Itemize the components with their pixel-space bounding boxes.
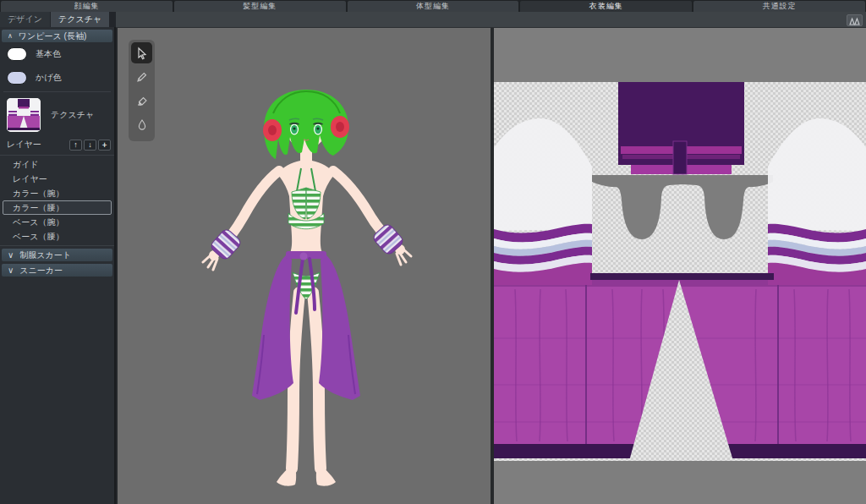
eyedropper-tool-button[interactable] <box>131 113 152 134</box>
tab-body-edit[interactable]: 体型編集 <box>348 1 519 12</box>
layer-item-base-arm[interactable]: ベース（腕） <box>3 215 112 229</box>
layer-item-base-waist[interactable]: ベース（腰） <box>3 229 112 244</box>
layer-item-layer[interactable]: レイヤー <box>3 172 112 186</box>
section-header-uniform-skirt[interactable]: ∨ 制服スカート <box>2 249 112 261</box>
texture-canvas[interactable] <box>494 82 866 461</box>
viewport-3d[interactable] <box>118 28 491 504</box>
basic-color-swatch[interactable] <box>7 47 27 61</box>
texture-row[interactable]: テクスチャ <box>0 94 114 136</box>
tab-outfit-edit[interactable]: 衣装編集 <box>520 1 692 12</box>
model-display-toggle-icon <box>849 16 860 25</box>
tab-common-settings[interactable]: 共通設定 <box>693 1 865 12</box>
editor-header-strip <box>116 12 866 28</box>
sidebar: デザイン テクスチャ ∧ ワンピース (長袖) 基本色 かげ色 <box>0 12 116 504</box>
sidebar-tab-design[interactable]: デザイン <box>0 12 50 27</box>
top-tab-bar: 顔編集 髪型編集 体型編集 衣装編集 共通設定 <box>0 0 866 12</box>
layer-move-up-button[interactable]: ↑ <box>69 140 82 151</box>
tab-hair-edit[interactable]: 髪型編集 <box>174 1 346 12</box>
eraser-tool-button[interactable] <box>131 90 152 111</box>
select-tool-button[interactable] <box>131 42 152 63</box>
layer-item-color-waist[interactable]: カラー（腰） <box>3 200 112 215</box>
chevron-down-icon: ∨ <box>8 250 14 260</box>
texture-panel[interactable] <box>494 28 866 504</box>
sidebar-tab-bar: デザイン テクスチャ <box>0 12 116 27</box>
tab-face-edit[interactable]: 顔編集 <box>1 1 173 12</box>
layer-toolbar: レイヤー ↑ ↓ ＋ <box>0 136 114 153</box>
pen-tool-button[interactable] <box>131 66 152 87</box>
shadow-color-label: かげ色 <box>36 72 61 84</box>
layer-move-down-button[interactable]: ↓ <box>84 140 96 151</box>
section-label: スニーカー <box>19 265 63 277</box>
pencil-icon <box>135 70 149 84</box>
droplet-icon <box>135 118 149 131</box>
model-display-toggle-button[interactable] <box>847 14 863 26</box>
cursor-icon <box>135 47 149 60</box>
chevron-up-icon: ∧ <box>8 32 13 40</box>
layers-header-label: レイヤー <box>7 139 68 151</box>
texture-thumbnail[interactable] <box>7 98 41 132</box>
application-window: 顔編集 髪型編集 体型編集 衣装編集 共通設定 デザイン テクスチャ ∧ ワンピ… <box>0 0 866 504</box>
section-header-sneakers[interactable]: ∨ スニーカー <box>2 264 112 277</box>
layer-list: ガイド レイヤー カラー（腕） カラー（腰） ベース（腕） ベース（腰） <box>0 155 114 246</box>
layer-item-color-arm[interactable]: カラー（腕） <box>3 186 112 200</box>
tool-palette <box>129 40 155 141</box>
basic-color-row[interactable]: 基本色 <box>0 42 114 66</box>
chevron-down-icon: ∨ <box>8 266 14 275</box>
sidebar-tab-texture[interactable]: テクスチャ <box>51 12 109 27</box>
layer-add-button[interactable]: ＋ <box>98 140 111 151</box>
section-label: ワンピース (長袖) <box>19 30 86 42</box>
shadow-color-swatch[interactable] <box>7 71 27 85</box>
section-label: 制服スカート <box>19 249 71 261</box>
character-model[interactable] <box>179 81 433 496</box>
shadow-color-row[interactable]: かげ色 <box>0 66 114 90</box>
texture-label: テクスチャ <box>51 109 94 121</box>
divider <box>3 91 111 92</box>
layer-item-guide[interactable]: ガイド <box>3 157 112 172</box>
eraser-icon <box>135 94 149 107</box>
section-header-onepiece[interactable]: ∧ ワンピース (長袖) <box>2 30 112 42</box>
basic-color-label: 基本色 <box>36 48 61 60</box>
